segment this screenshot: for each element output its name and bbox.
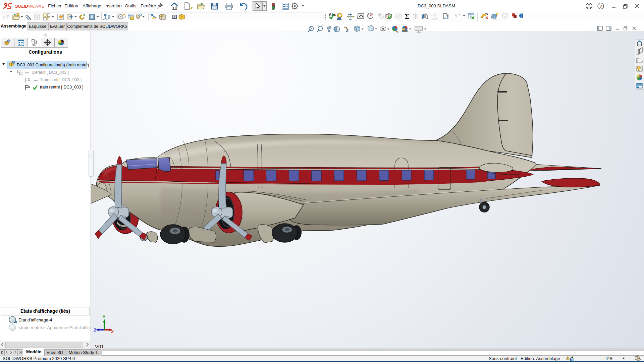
svg-text:Σ: Σ — [405, 12, 410, 20]
svg-text:!: ! — [567, 357, 568, 360]
svg-text:DC3_003 Configuration(s) (tra: DC3_003 Configuration(s) (train rentré) — [17, 63, 89, 67]
svg-text:Z: Z — [94, 328, 96, 333]
svg-text:Y: Y — [103, 315, 105, 319]
svg-text:A: A — [346, 29, 348, 33]
svg-text:<train rentré>_Apparence Etat: <train rentré>_Apparence Etat d'affichag… — [18, 325, 91, 330]
svg-text:?: ? — [600, 4, 602, 9]
svg-text:V01: V01 — [95, 344, 104, 349]
svg-text:Default [ DC3_003 ]: Default [ DC3_003 ] — [32, 70, 69, 75]
svg-text:Train sorti [ DC3_003 ]: Train sorti [ DC3_003 ] — [40, 77, 82, 82]
svg-text:✱: ✱ — [458, 13, 461, 16]
svg-text:...: ... — [21, 73, 24, 76]
svg-text:X: X — [111, 329, 114, 334]
svg-text:Etat d'affichage-4: Etat d'affichage-4 — [18, 317, 52, 322]
svg-text:train rentré [ DC3_003 ]: train rentré [ DC3_003 ] — [40, 85, 83, 89]
svg-text:=?: =? — [444, 14, 448, 18]
